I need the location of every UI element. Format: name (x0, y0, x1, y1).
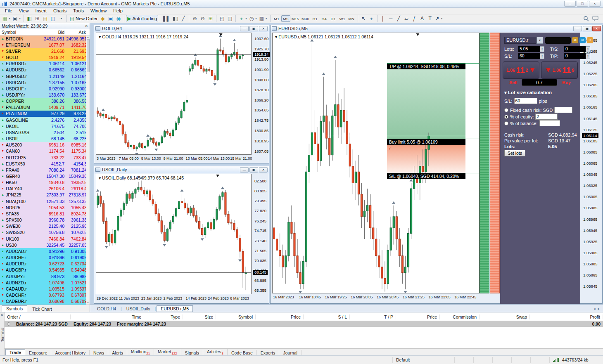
chart-close-button[interactable]: ✕ (259, 26, 268, 31)
zoom-in-icon[interactable]: ⊕ (191, 15, 199, 22)
menu-help[interactable]: Help (110, 8, 126, 14)
buy-button[interactable]: ▼ 1.06119 (541, 61, 578, 79)
terminal-tab-mailbox[interactable]: Mailbox21 (127, 349, 154, 356)
trailing-stop-input[interactable]: 0 (564, 46, 586, 52)
chart-restore-button[interactable]: ▣ (249, 167, 258, 173)
chart-minimize-button[interactable]: — (240, 26, 249, 31)
market-row-NOR25[interactable]: ▼NOR251054.531055.43 (0, 204, 90, 210)
market-row-CADCHF.r[interactable]: ▼CADCHF.r0.677930.67807 (0, 292, 90, 298)
menu-window[interactable]: Window (87, 8, 110, 14)
cursor-icon[interactable]: ↖ (360, 15, 368, 22)
new-chart-icon[interactable]: ▦ (1, 15, 12, 22)
chart-canvas-gold[interactable] (96, 33, 252, 155)
chart-tabs-scroll-left-icon[interactable]: ◂ (594, 307, 596, 311)
market-row-PALLADIUM[interactable]: ▼PALLADIUM1409.711411.70 (0, 104, 90, 111)
bar-chart-icon[interactable]: ▌▌ (162, 15, 171, 22)
chart-minimize-button[interactable]: — (240, 167, 249, 173)
market-row-ETHEREUM[interactable]: ▼ETHEREUM1677.071682.32 (0, 42, 90, 48)
terminal-column-10[interactable]: Swap (480, 314, 530, 319)
terminal-tab-code-base[interactable]: Code Base (228, 350, 257, 356)
terminal-tab-account-history[interactable]: Account History (51, 350, 90, 356)
market-row-SPX500[interactable]: ▲SPX5003960.783961.38 (0, 217, 90, 223)
column-header-ask[interactable]: Ask (64, 30, 86, 35)
search-icon[interactable] (583, 16, 589, 21)
market-row-SILVER[interactable]: ▼SILVER21.66821.693 (0, 48, 90, 54)
chart-minimize-button[interactable]: — (573, 26, 582, 31)
channel-icon[interactable]: ▱ (403, 15, 411, 22)
terminal-tab-signals[interactable]: Signals (181, 350, 203, 356)
market-row-HK50[interactable]: ▼HK5019340.819352.8 (0, 180, 90, 186)
chart-titlebar-eurusd[interactable]: EURUSD.r,M5 — ▣ ✕ (271, 25, 602, 32)
minimize-button[interactable]: – (564, 1, 576, 7)
chart-titlebar-gold[interactable]: GOLD,H4 — ▣ ✕ (94, 25, 269, 32)
symbol-select[interactable]: EURUSD.r (504, 37, 537, 44)
terminal-tab-exposure[interactable]: Exposure (25, 350, 51, 356)
label-icon[interactable]: T (426, 15, 434, 22)
terminal-column-4[interactable]: Symbol (216, 314, 256, 319)
take-profit-stepper[interactable]: ▲▼ (586, 53, 590, 59)
menu-view[interactable]: View (16, 8, 32, 14)
market-row-PLATINUM[interactable]: ▼PLATINUM977.29978.29 (0, 111, 90, 117)
terminal-column-9[interactable]: Commission (440, 314, 480, 319)
menu-charts[interactable]: Charts (50, 8, 70, 14)
terminal-column-11[interactable]: Profit (530, 314, 603, 319)
terminal-tab-experts[interactable]: Experts (257, 350, 280, 356)
autotrading-button[interactable]: ▶AutoTrading (126, 15, 158, 22)
terminal-toggle-icon[interactable]: ◫ (49, 15, 57, 22)
close-button[interactable]: × (589, 1, 601, 7)
percent-balance-radio[interactable] (504, 121, 508, 125)
set-lots-button[interactable]: Set lots (504, 150, 525, 156)
order-comment-field[interactable] (545, 37, 571, 44)
market-row-AUDGBP.r[interactable]: ▼AUDGBP.r0.549350.54948 (0, 267, 90, 273)
templates-icon[interactable]: ▨ (258, 15, 268, 22)
line-chart-icon[interactable]: ╱ (179, 15, 187, 22)
market-row-AUS200[interactable]: ▼AUS2006981.166985.16 (0, 142, 90, 148)
arrange-tile-icon[interactable]: ◫ (226, 15, 234, 22)
new-order-button[interactable]: ▤New Order (69, 15, 99, 22)
market-watch-toggle-icon[interactable]: ◧ (26, 15, 33, 22)
market-row-CAN60[interactable]: ▼CAN601174.541175.34 (0, 148, 90, 154)
market-row-AUDCAD.r[interactable]: ▲AUDCAD.r0.912960.91308 (0, 248, 90, 254)
market-row-USOIL[interactable]: ▲USOIL68.14568.225 (0, 136, 90, 142)
market-row-GBPUSD.r[interactable]: ▲GBPUSD.r1.211491.21164 (0, 73, 90, 79)
percent-equity-input[interactable]: 2 (535, 113, 558, 120)
market-row-USNATGAS[interactable]: ▲USNATGAS2.5042.519 (0, 129, 90, 135)
market-watch-tab-symbols[interactable]: Symbols (2, 305, 27, 312)
trendline-icon[interactable]: ╱ (395, 15, 403, 22)
metaeditor-icon[interactable]: ◆ (99, 15, 107, 22)
menu-file[interactable]: File (2, 8, 16, 14)
chart-close-button[interactable]: ✕ (259, 167, 268, 173)
market-row-SWE30[interactable]: ▲SWE302125.402125.90 (0, 223, 90, 229)
zoom-out-icon[interactable]: ⊖ (199, 15, 207, 22)
candlestick-chart-icon[interactable]: ▮▯ (171, 15, 179, 22)
lots-stepper[interactable]: ▲▼ (540, 46, 544, 52)
terminal-tab-articles[interactable]: Articles3 (203, 349, 228, 356)
timeframe-m1-button[interactable]: M1 (272, 15, 281, 22)
market-row-SPA35[interactable]: ▼SPA358916.818924.78 (0, 210, 90, 217)
market-row-UKOIL[interactable]: ▲UKOIL74.67574.700 (0, 123, 90, 129)
timeframe-d1-button[interactable]: D1 (329, 15, 338, 22)
chart-tabs-scroll-right-icon[interactable]: ▸ (598, 307, 600, 311)
market-row-GER40[interactable]: ▲GER4015047.3015049.30 (0, 173, 90, 179)
stop-loss-input[interactable]: 60 (518, 53, 540, 59)
fixed-cash-risk-radio[interactable] (504, 108, 508, 112)
copy-settings-icon[interactable]: ⧉ (572, 37, 578, 43)
terminal-column-5[interactable]: Price (256, 314, 304, 319)
chart-tab-usoil-daily[interactable]: USOIL,Daily (123, 306, 154, 312)
chart-tab-eurusd-r-m5[interactable]: EURUSD.r,M5 (157, 305, 193, 312)
market-row-EURUSD.r[interactable]: ▲EURUSD.r1.061141.06121 (0, 61, 90, 67)
chart-plot-gold[interactable]: ▾ GOLD,H4 1916.25 1921.11 1916.17 1919.2… (96, 33, 252, 155)
chart-plot-eurusd[interactable]: T/P @ 1.06244, SGD 918.08, 0.45%Buy limi… (272, 33, 480, 293)
terminal-column-7[interactable]: T / P (350, 314, 396, 319)
maximize-button[interactable]: □ (577, 1, 588, 7)
market-row-JPN225[interactable]: ▲JPN22527303.9727318.97 (0, 192, 90, 198)
percent-equity-radio[interactable] (504, 115, 508, 119)
panel-settings-gear-icon[interactable]: ⊛ (579, 37, 586, 43)
market-row-COPPER[interactable]: ▲COPPER386.26386.56 (0, 98, 90, 104)
strategy-tester-icon[interactable]: ◔ (57, 15, 65, 22)
terminal-column-3[interactable]: Size (183, 314, 216, 319)
market-row-EUSTX50[interactable]: ▲EUSTX504152.74154.3 (0, 161, 90, 167)
text-icon[interactable]: A (418, 15, 426, 22)
take-profit-input[interactable]: 0 (564, 53, 586, 59)
tile-windows-icon[interactable]: ⊞ (207, 15, 214, 22)
